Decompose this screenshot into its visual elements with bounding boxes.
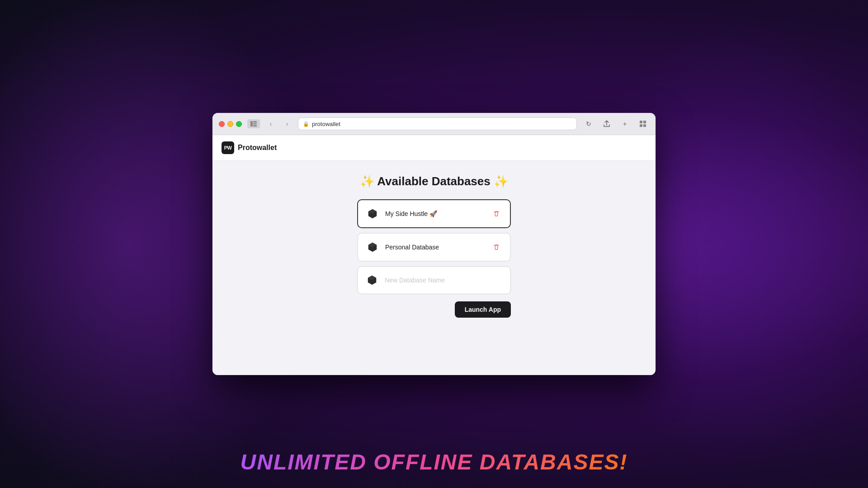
- refresh-button[interactable]: ↻: [582, 117, 595, 130]
- close-button[interactable]: [219, 121, 225, 127]
- db-cube-icon: [365, 273, 379, 287]
- svg-rect-0: [250, 121, 253, 127]
- logo-icon: PW: [222, 141, 234, 154]
- page-title: ✨ Available Databases ✨: [360, 174, 508, 188]
- svg-rect-7: [643, 124, 646, 127]
- new-database-row: [357, 266, 511, 294]
- minimize-button[interactable]: [227, 121, 233, 127]
- app-logo: PW Protowallet: [222, 141, 277, 154]
- share-button[interactable]: [600, 117, 613, 130]
- main-content: ✨ Available Databases ✨ My Side: [212, 161, 656, 375]
- db-cube-icon: [365, 240, 380, 254]
- svg-rect-1: [253, 121, 257, 122]
- lock-icon: 🔒: [303, 121, 309, 127]
- database-name: Personal Database: [385, 244, 485, 251]
- new-tab-button[interactable]: +: [618, 117, 631, 130]
- svg-rect-4: [640, 121, 642, 123]
- svg-rect-3: [253, 125, 257, 127]
- traffic-lights: [219, 121, 242, 127]
- launch-area: Launch App: [357, 301, 511, 318]
- svg-rect-5: [643, 121, 646, 123]
- bottom-banner: UNLIMITED OFFLINE DATABASES!: [241, 450, 628, 474]
- sparkle-right: ✨: [494, 174, 508, 188]
- database-item[interactable]: Personal Database: [357, 233, 511, 262]
- address-text: protowallet: [312, 121, 340, 127]
- grid-button[interactable]: [637, 117, 649, 130]
- app-header: PW Protowallet: [212, 135, 656, 161]
- logo-text: Protowallet: [238, 144, 277, 152]
- database-name: My Side Hustle 🚀: [385, 210, 485, 217]
- db-cube-icon: [365, 206, 380, 221]
- database-item[interactable]: My Side Hustle 🚀: [357, 199, 511, 228]
- delete-database-button[interactable]: [490, 207, 503, 220]
- sidebar-toggle[interactable]: [247, 119, 260, 128]
- browser-window: ‹ › 🔒 protowallet ↻ + PW: [212, 113, 656, 375]
- database-list: My Side Hustle 🚀: [357, 199, 511, 294]
- back-button[interactable]: ‹: [265, 118, 276, 129]
- svg-rect-6: [640, 124, 642, 127]
- address-bar[interactable]: 🔒 protowallet: [298, 117, 577, 130]
- new-database-input[interactable]: [385, 277, 503, 284]
- svg-rect-2: [253, 123, 257, 125]
- title-text: Available Databases: [377, 174, 491, 188]
- browser-chrome: ‹ › 🔒 protowallet ↻ +: [212, 113, 656, 135]
- browser-content: PW Protowallet ✨ Available Databases ✨: [212, 135, 656, 375]
- banner-text: UNLIMITED OFFLINE DATABASES!: [241, 450, 628, 474]
- forward-button[interactable]: ›: [282, 118, 292, 129]
- delete-database-button[interactable]: [490, 241, 503, 253]
- sparkle-left: ✨: [360, 174, 374, 188]
- maximize-button[interactable]: [236, 121, 242, 127]
- launch-app-button[interactable]: Launch App: [455, 301, 511, 318]
